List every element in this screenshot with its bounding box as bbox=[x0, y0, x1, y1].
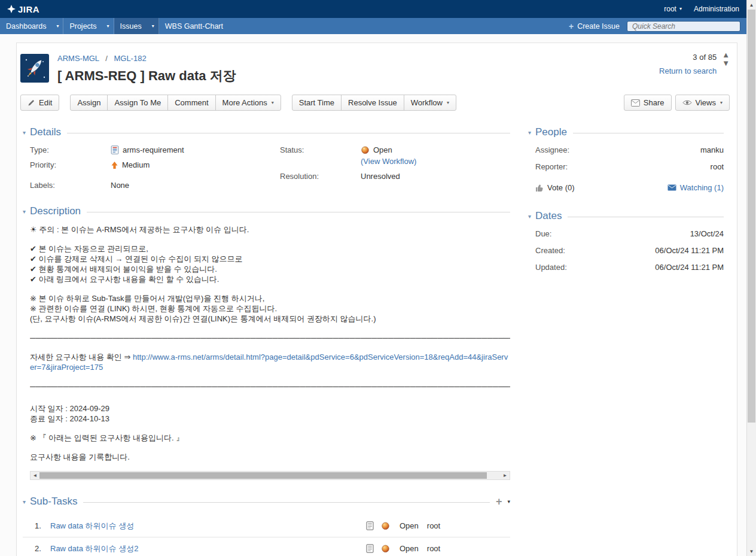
issue-title: [ ARMS-REQ ] Raw data 저장 bbox=[57, 67, 236, 85]
views-button[interactable]: Views ▾ bbox=[675, 95, 730, 111]
chevron-down-icon: ▾ bbox=[720, 101, 723, 105]
eye-icon bbox=[682, 99, 692, 106]
app-header: JIRA root ▾ Administration bbox=[0, 0, 746, 18]
user-menu-label: root bbox=[664, 5, 676, 13]
subtask-link[interactable]: Raw data 하위이슈 생성2 bbox=[50, 543, 366, 554]
created-label: Created: bbox=[535, 246, 565, 255]
dates-module: Due: 13/Oct/24 Created: 06/Oct/24 11:21 … bbox=[528, 229, 724, 272]
subtask-number: 1. bbox=[35, 521, 50, 530]
return-to-search-link[interactable]: Return to search bbox=[659, 66, 717, 75]
resolve-issue-button[interactable]: Resolve Issue bbox=[341, 95, 404, 111]
description-dates: 시작 일자 : 2024-09-29 종료 일자 : 2024-10-13 bbox=[30, 403, 510, 424]
status-label: Status: bbox=[280, 145, 361, 154]
labels-value: None bbox=[111, 181, 129, 190]
scroll-right-icon[interactable]: ► bbox=[501, 470, 510, 481]
dates-heading: Dates bbox=[535, 210, 562, 222]
status-open-icon bbox=[381, 521, 390, 530]
updated-value: 06/Oct/24 11:21 PM bbox=[655, 263, 724, 272]
subtask-link[interactable]: Raw data 하위이슈 생성 bbox=[50, 521, 366, 531]
chevron-down-icon: ▾ bbox=[272, 101, 274, 105]
chevron-down-icon: ▾ bbox=[107, 23, 109, 29]
share-button[interactable]: Share bbox=[624, 95, 672, 111]
scroll-left-icon[interactable]: ◄ bbox=[31, 470, 39, 481]
description-heading: Description bbox=[30, 205, 81, 217]
details-section-header[interactable]: ▾ Details bbox=[23, 126, 510, 138]
workflow-button[interactable]: Workflow ▾ bbox=[404, 95, 456, 111]
scroll-down-icon[interactable]: ▼ bbox=[747, 546, 756, 556]
collapse-icon: ▾ bbox=[528, 213, 531, 220]
assign-to-me-button[interactable]: Assign To Me bbox=[107, 95, 168, 111]
window-vertical-scrollbar[interactable]: ▲ ▼ bbox=[746, 0, 756, 556]
share-envelope-icon bbox=[631, 99, 640, 107]
subtask-list: 1. Raw data 하위이슈 생성 Open root 2. Raw bbox=[23, 515, 510, 556]
nav-issues[interactable]: Issues bbox=[114, 18, 148, 34]
breadcrumb-issue-key-link[interactable]: MGL-182 bbox=[114, 54, 146, 63]
jira-logo[interactable]: JIRA bbox=[7, 4, 39, 14]
create-issue-button[interactable]: + Create Issue bbox=[569, 22, 620, 31]
horizontal-scrollbar-thumb[interactable] bbox=[39, 472, 487, 479]
nav-dashboards-dropdown[interactable]: ▾ bbox=[52, 18, 63, 34]
subtask-row: 2. Raw data 하위이슈 생성2 Open root bbox=[23, 537, 510, 556]
subtask-number: 2. bbox=[35, 544, 50, 553]
thumbs-up-icon bbox=[535, 184, 544, 192]
nav-issues-dropdown[interactable]: ▾ bbox=[148, 18, 159, 34]
description-section-header[interactable]: ▾ Description bbox=[23, 205, 510, 217]
user-menu[interactable]: root ▾ bbox=[664, 5, 682, 13]
assign-button[interactable]: Assign bbox=[70, 95, 108, 111]
breadcrumb-project-link[interactable]: ARMS-MGL bbox=[57, 54, 99, 63]
watching-link[interactable]: Watching (1) bbox=[667, 183, 724, 192]
edit-button[interactable]: Edit bbox=[20, 95, 59, 111]
subtask-type-icon bbox=[366, 521, 374, 530]
main-nav: Dashboards ▾ Projects ▾ Issues ▾ WBS Gan… bbox=[0, 18, 746, 34]
vertical-scrollbar-thumb[interactable] bbox=[748, 10, 755, 423]
nav-dashboards[interactable]: Dashboards bbox=[0, 18, 52, 34]
status-open-icon bbox=[361, 145, 370, 154]
start-time-button[interactable]: Start Time bbox=[292, 95, 342, 111]
collapse-icon: ▾ bbox=[23, 499, 26, 505]
details-heading: Details bbox=[30, 126, 61, 138]
description-horizontal-scrollbar[interactable]: ◄ ► bbox=[30, 471, 510, 480]
issue-columns: ▾ Details Type: arms-requirement bbox=[17, 117, 737, 556]
issue-header: ARMS-MGL / MGL-182 [ ARMS-REQ ] Raw data… bbox=[17, 43, 737, 87]
status-open-icon bbox=[381, 544, 390, 553]
resolution-value: Unresolved bbox=[361, 172, 400, 181]
view-workflow: (View Workflow) bbox=[361, 157, 416, 166]
quick-search-input[interactable] bbox=[627, 21, 740, 32]
nav-projects-dropdown[interactable]: ▾ bbox=[103, 18, 114, 34]
jira-page: JIRA root ▾ Administration Dashboards ▾ … bbox=[0, 0, 746, 556]
previous-issue-icon[interactable]: ▲ bbox=[722, 51, 730, 58]
assignee-label: Assignee: bbox=[535, 145, 569, 154]
view-workflow-link[interactable]: (View Workflow) bbox=[361, 157, 416, 166]
reporter-label: Reporter: bbox=[535, 162, 568, 171]
subtasks-section-header[interactable]: ▾ Sub-Tasks + ▾ bbox=[23, 496, 510, 508]
collapse-icon: ▾ bbox=[23, 129, 26, 136]
subtask-options-icon[interactable]: ▾ bbox=[507, 499, 510, 505]
scroll-up-icon[interactable]: ▲ bbox=[747, 0, 756, 10]
more-actions-button[interactable]: More Actions ▾ bbox=[215, 95, 281, 111]
section-rule bbox=[87, 212, 510, 212]
subtask-assignee: root bbox=[427, 544, 440, 553]
left-column: ▾ Details Type: arms-requirement bbox=[23, 117, 510, 556]
description-note: ※ 『 아래는 입력된 요구사항 내용입니다. 』 bbox=[30, 433, 510, 443]
vote-watch-row: Vote (0) Watching (1) bbox=[528, 183, 724, 192]
people-module: Assignee: manku Reporter: root bbox=[528, 145, 724, 171]
issue-head-text: ARMS-MGL / MGL-182 [ ARMS-REQ ] Raw data… bbox=[57, 53, 236, 85]
nav-wbs-gantt-chart[interactable]: WBS Gantt-Chart bbox=[159, 18, 229, 34]
add-subtask-icon[interactable]: + bbox=[496, 496, 502, 507]
jira-logo-icon bbox=[7, 5, 16, 13]
people-section-header[interactable]: ▾ People bbox=[528, 126, 724, 138]
next-issue-icon[interactable]: ▼ bbox=[722, 60, 730, 66]
project-avatar[interactable] bbox=[20, 54, 49, 83]
dates-section-header[interactable]: ▾ Dates bbox=[528, 210, 724, 222]
nav-projects[interactable]: Projects bbox=[63, 18, 102, 34]
section-rule bbox=[573, 133, 724, 133]
rocket-avatar-image bbox=[20, 54, 49, 83]
description-notice: ☀ 주의 : 본 이슈는 A-RMS에서 제공하는 요구사항 이슈 입니다. bbox=[30, 224, 510, 235]
priority-label: Priority: bbox=[30, 160, 111, 169]
watch-envelope-icon bbox=[667, 184, 676, 191]
description-auto-managed: ✔ 본 이슈는 자동으로 관리되므로, ✔ 이슈를 강제로 삭제시 → 연결된 … bbox=[30, 244, 510, 284]
vote-link[interactable]: Vote (0) bbox=[535, 183, 575, 192]
comment-button[interactable]: Comment bbox=[167, 95, 215, 111]
administration-link[interactable]: Administration bbox=[694, 5, 739, 13]
description-content: 요구사항 내용을 기록합니다. bbox=[30, 452, 510, 462]
